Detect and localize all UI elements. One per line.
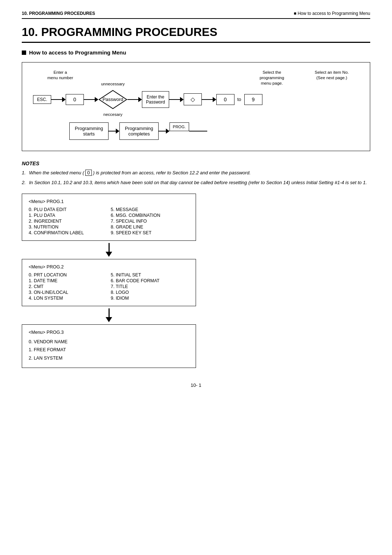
- diamond-svg: Password: [98, 90, 127, 109]
- zero-col: 0: [66, 94, 84, 105]
- menu1-item-3: 3. NUTRITION: [29, 224, 107, 230]
- menu2-item-5: 5. INITIAL SET: [111, 272, 189, 278]
- big-arrow-2: [106, 308, 112, 322]
- arrow-shaft-2: [109, 308, 110, 317]
- prog-starts-col: Programmingstarts: [69, 122, 109, 140]
- menu3-grid: 0. VENDOR NAME 1. FREE FORMAT 2. LAN SYS…: [29, 338, 189, 362]
- prog-label-box: PROG.: [170, 122, 189, 131]
- zero2-col: 0: [216, 94, 234, 105]
- unnecessary-label: unnecessary: [101, 82, 124, 86]
- menu3-title: <Menu> PROG.3: [29, 330, 189, 335]
- arrow7: [166, 129, 170, 134]
- menu1-grid: 0. PLU DATA EDIT 5. MESSAGE 1. PLU DATA …: [29, 207, 189, 235]
- note-item-2: In Section 10.1, 10.2 and 10.3, items wh…: [22, 179, 370, 186]
- arrow2: [95, 97, 98, 102]
- enter-pw-box: Enter thePassword: [142, 91, 169, 108]
- section-bullet: [22, 50, 26, 55]
- prog-page-col: ◇: [184, 93, 202, 105]
- zero-box: 0: [66, 94, 84, 105]
- menu1-item-9: 9. SPEED KEY SET: [111, 230, 189, 235]
- menu1-item-5: 5. MESSAGE: [111, 207, 189, 212]
- notes-section: NOTES When the selected menu ( 0 ) is pr…: [22, 161, 370, 186]
- necessary-label: neccesary: [103, 112, 122, 117]
- page-number: 10- 1: [22, 382, 370, 388]
- menu3-item-2: 2. LAN SYSTEM: [29, 354, 189, 362]
- select-item-label: Select an item No.(See next page.): [305, 70, 359, 81]
- note1-text1: When the selected menu (: [29, 170, 85, 175]
- arrow1: [62, 97, 66, 102]
- page-header: 10. PROGRAMMING PROCEDURES ■ How to acce…: [22, 11, 370, 19]
- conn2: [84, 99, 95, 100]
- note2-text: In Section 10.1, 10.2 and 10.3, items wh…: [29, 180, 367, 185]
- nine-col: 9: [244, 94, 262, 105]
- menu1-item-1: 1. PLU DATA: [29, 213, 107, 218]
- prog-completes-box: Programmingcompletes: [119, 122, 159, 140]
- conn4: [169, 99, 180, 100]
- note-item-1: When the selected menu ( 0 ) is protecte…: [22, 169, 370, 177]
- enter-menu-num-label: Enter amenu number: [44, 70, 77, 81]
- arrow3: [138, 97, 142, 102]
- arrow5: [213, 97, 216, 102]
- arrow6: [116, 129, 119, 134]
- conn3: [127, 99, 138, 100]
- esc-col: ESC.: [33, 95, 51, 104]
- menu2-item-9: 9. IDIOM: [111, 296, 189, 301]
- prog-label-col: PROG.: [170, 122, 189, 131]
- down-arrow-2: [22, 306, 196, 324]
- arrow-head-1: [106, 252, 112, 257]
- esc-box: ESC.: [33, 95, 51, 104]
- menu2-item-3: 3. ON-LINE/LOCAL: [29, 290, 107, 295]
- menu1-item-0: 0. PLU DATA EDIT: [29, 207, 107, 212]
- menu3-block: <Menu> PROG.3 0. VENDOR NAME 1. FREE FOR…: [22, 324, 196, 368]
- zero2-box: 0: [216, 94, 234, 105]
- flow-row-1: ESC. 0 unnecessary Password neccesary: [33, 90, 359, 109]
- big-arrow-1: [106, 243, 112, 257]
- prog-completes-col: Programmingcompletes: [119, 122, 159, 140]
- menu2-block: <Menu> PROG.2 0. PRT LOCATION 5. INITIAL…: [22, 259, 196, 306]
- header-left: 10. PROGRAMMING PROCEDURES: [22, 11, 95, 16]
- menu1-title: <Menu> PROG.1: [29, 199, 189, 204]
- header-right: ■ How to access to Programming Menu: [294, 11, 370, 16]
- menu1-item-2: 2. INGREDIENT: [29, 219, 107, 224]
- arrow-shaft-1: [109, 243, 110, 252]
- flow-diagram: Enter amenu number Select theprogramming…: [22, 62, 370, 151]
- menu1-item-7: 7. SPECIAL INFO: [111, 219, 189, 224]
- enter-pw-col: Enter thePassword: [142, 91, 169, 108]
- menu2-item-1: 1. DATE TIME: [29, 278, 107, 283]
- menu2-grid: 0. PRT LOCATION 5. INITIAL SET 1. DATE T…: [29, 272, 189, 301]
- section-title: How to access to Programming Menu: [22, 49, 370, 56]
- prog-page-box: ◇: [184, 93, 202, 105]
- select-prog-label: Select theprogrammingmenu page.: [250, 70, 294, 86]
- note1-inline: 0: [85, 170, 91, 176]
- down-arrow-1: [22, 241, 196, 259]
- menu2-item-6: 6. BAR CODE FORMAT: [111, 278, 189, 283]
- conn5: [202, 99, 213, 100]
- menu2-item-8: 8. LOGO: [111, 290, 189, 295]
- note1-text2: ) is protected from an access, refer to …: [92, 170, 251, 175]
- menu1-block: <Menu> PROG.1 0. PLU DATA EDIT 5. MESSAG…: [22, 194, 196, 241]
- menu2-item-2: 2. CMT: [29, 284, 107, 289]
- menu3-item-1: 1. FREE FORMAT: [29, 346, 189, 354]
- menu2-item-7: 7. TITLE: [111, 284, 189, 289]
- menu3-item-0: 0. VENDOR NAME: [29, 338, 189, 346]
- svg-text:Password: Password: [102, 97, 123, 102]
- arrow-head-2: [106, 317, 112, 322]
- arrow4: [180, 97, 184, 102]
- menu2-item-4: 4. LON SYSTEM: [29, 296, 107, 301]
- menu1-item-6: 6. MSG. COMBINATION: [111, 213, 189, 218]
- notes-title: NOTES: [22, 161, 370, 166]
- menu1-item-8: 8. GRADE LINE: [111, 224, 189, 230]
- conn6: [109, 131, 116, 131]
- conn8: [189, 131, 207, 131]
- flow-row-2: Programmingstarts Programmingcompletes P…: [33, 122, 359, 140]
- menu1-item-4: 4. CONFIRMATION LABEL: [29, 230, 107, 235]
- nine-box: 9: [244, 94, 262, 105]
- conn7: [159, 131, 166, 131]
- prog-starts-box: Programmingstarts: [69, 122, 109, 140]
- menu2-item-0: 0. PRT LOCATION: [29, 272, 107, 278]
- menu2-title: <Menu> PROG.2: [29, 264, 189, 270]
- to-label: to: [237, 97, 241, 102]
- diamond-col: unnecessary Password neccesary: [98, 90, 127, 109]
- notes-list: When the selected menu ( 0 ) is protecte…: [22, 169, 370, 186]
- chapter-title: 10. PROGRAMMING PROCEDURES: [22, 25, 370, 43]
